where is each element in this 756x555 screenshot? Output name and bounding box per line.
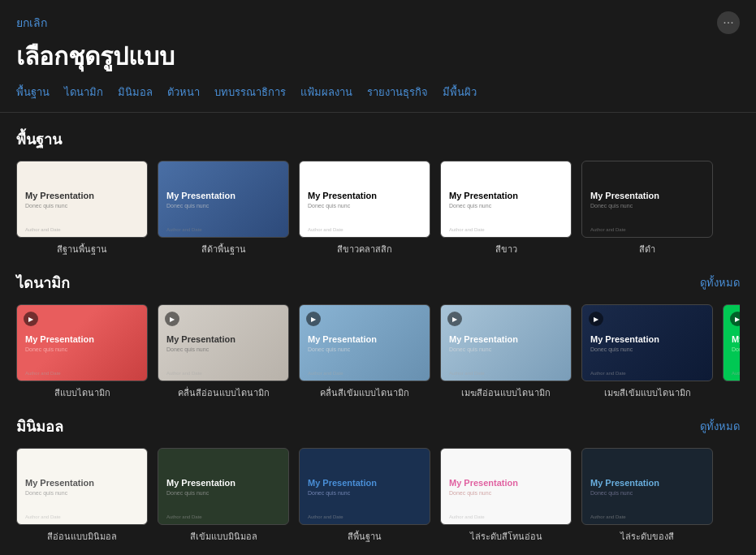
thumb-author: Author and Date	[449, 227, 485, 232]
thumb-text-container: My PresentationDonec quis nunc	[582, 469, 712, 503]
thumb-text-container: My PresentationDonec quis nunc	[582, 325, 712, 359]
template-thumbnail: My PresentationDonec quis nuncAuthor and…	[299, 448, 430, 525]
thumb-subtitle: Donec quis nunc	[449, 203, 563, 209]
thumb-subtitle: Donec quis nunc	[25, 346, 139, 352]
nav-tabs: พื้นฐานไดนามิกมินิมอลตัวหนาบทบรรณาธิการแ…	[0, 84, 756, 113]
thumb-subtitle: Donec quis nunc	[166, 203, 280, 209]
template-thumbnail: My PresentationDonec quis nuncAuthor and…	[158, 161, 289, 238]
template-label: คลื่นสีอ่อนแบบไดนามิก	[178, 385, 270, 400]
thumb-title: My Presentation	[590, 477, 704, 488]
thumb-author: Author and Date	[590, 371, 626, 376]
template-item[interactable]: ▶My PresentationDonec quis nuncAuthor an…	[581, 304, 713, 400]
template-label: สีดำ	[639, 242, 655, 256]
template-item[interactable]: My PresentationDonec quis nuncAuthor and…	[440, 161, 572, 256]
template-label: สีฐานพื้นฐาน	[57, 242, 107, 256]
template-item[interactable]: ▶My PresentationDonec quis nuncAuthor an…	[158, 304, 289, 400]
template-item[interactable]: My PresentationDonec quis nuncAuthor and…	[299, 448, 430, 544]
thumb-text-container: My PresentationDonec quis nunc	[724, 325, 740, 359]
tab-dynamic[interactable]: ไดนามิก	[64, 84, 103, 101]
thumb-text-container: My PresentationDonec quis nunc	[158, 182, 288, 216]
tab-minimal[interactable]: มินิมอล	[118, 84, 153, 101]
thumb-text-container: My PresentationDonec quis nunc	[17, 182, 147, 216]
thumb-subtitle: Donec quis nunc	[590, 203, 704, 209]
template-item[interactable]: My PresentationDonec quis nuncAuthor and…	[581, 448, 713, 544]
section-header-minimal: มินิมอลดูทั้งหมด	[16, 415, 740, 438]
thumb-text-container: My PresentationDonec quis nunc	[441, 182, 571, 216]
thumb-author: Author and Date	[25, 514, 61, 519]
thumb-title: My Presentation	[449, 190, 563, 200]
cancel-button[interactable]: ยกเลิก	[16, 14, 47, 32]
thumb-author: Author and Date	[25, 227, 61, 232]
tab-feature[interactable]: ตัวหนา	[167, 84, 200, 101]
section-title-dynamic: ไดนามิก	[16, 271, 70, 295]
thumb-subtitle: Donec quis nunc	[449, 346, 563, 352]
template-item[interactable]: My PresentationDonec quis nuncAuthor and…	[158, 448, 289, 544]
see-all-minimal[interactable]: ดูทั้งหมด	[700, 418, 740, 435]
template-thumbnail: My PresentationDonec quis nuncAuthor and…	[16, 161, 148, 238]
thumb-title: My Presentation	[449, 333, 563, 344]
thumb-subtitle: Donec quis nunc	[308, 203, 421, 209]
template-label: คลื่นสีเข้มแบบไดนามิก	[320, 385, 409, 400]
template-label: สีขาว	[495, 242, 517, 256]
thumb-text-container: My PresentationDonec quis nunc	[17, 469, 147, 503]
thumb-title: My Presentation	[25, 333, 139, 344]
templates-row-dynamic: ▶My PresentationDonec quis nuncAuthor an…	[16, 304, 740, 400]
thumb-text-container: My PresentationDonec quis nunc	[300, 182, 430, 216]
thumb-author: Author and Date	[590, 227, 626, 232]
template-label: สีด้าพื้นฐาน	[201, 242, 246, 256]
template-label: สีพื้นฐาน	[348, 529, 382, 544]
template-thumbnail: ▶My PresentationDonec quis nuncAuthor an…	[16, 304, 148, 381]
tab-report[interactable]: รายงานธุรกิจ	[367, 84, 428, 101]
see-all-dynamic[interactable]: ดูทั้งหมด	[700, 274, 740, 291]
template-item[interactable]: ▶My PresentationDonec quis nuncAuthor an…	[16, 304, 148, 400]
template-item[interactable]: My PresentationDonec quis nuncAuthor and…	[16, 161, 148, 256]
play-icon: ▶	[24, 312, 38, 326]
tab-bold[interactable]: มีพื้นผิว	[443, 84, 477, 101]
template-thumbnail: My PresentationDonec quis nuncAuthor and…	[158, 448, 289, 525]
template-label: ไล่ระดับของสี	[620, 529, 674, 544]
template-item[interactable]: My PresentationDonec quis nuncAuthor and…	[158, 161, 289, 256]
thumb-subtitle: Donec quis nunc	[590, 490, 704, 496]
template-item[interactable]: ▶My PresentationDonec quis nuncAuthor an…	[299, 304, 430, 400]
template-thumbnail: ▶My PresentationDonec quis nuncAuthor an…	[299, 304, 430, 381]
tab-basic[interactable]: พื้นฐาน	[16, 84, 50, 101]
template-label: เมฆสีอ่อนแบบไดนามิก	[461, 385, 551, 400]
thumb-title: My Presentation	[732, 333, 740, 344]
template-item[interactable]: ▶My PresentationDonec quis nuncAuthor an…	[440, 304, 572, 400]
thumb-text-container: My PresentationDonec quis nunc	[300, 325, 430, 359]
thumb-author: Author and Date	[166, 371, 202, 376]
thumb-author: Author and Date	[308, 227, 343, 232]
thumb-text-container: My PresentationDonec quis nunc	[441, 325, 571, 359]
tab-portfolio[interactable]: แฟ้มผลงาน	[300, 84, 352, 101]
template-item[interactable]: ▶My PresentationDonec quis nuncAuthor an…	[723, 304, 740, 400]
section-header-dynamic: ไดนามิกดูทั้งหมด	[16, 271, 740, 295]
section-title-basic: พื้นฐาน	[16, 127, 62, 151]
template-thumbnail: My PresentationDonec quis nuncAuthor and…	[581, 161, 713, 238]
thumb-subtitle: Donec quis nunc	[308, 490, 421, 496]
section-basic: พื้นฐานMy PresentationDonec quis nuncAut…	[16, 127, 740, 256]
templates-row-basic: My PresentationDonec quis nuncAuthor and…	[16, 161, 740, 256]
template-item[interactable]: My PresentationDonec quis nuncAuthor and…	[16, 448, 148, 544]
thumb-text-container: My PresentationDonec quis nunc	[158, 469, 288, 503]
play-icon: ▶	[730, 312, 740, 326]
thumb-subtitle: Donec quis nunc	[449, 490, 563, 496]
template-item[interactable]: My PresentationDonec quis nuncAuthor and…	[440, 448, 572, 544]
section-minimal: มินิมอลดูทั้งหมดMy PresentationDonec qui…	[16, 415, 740, 544]
thumb-subtitle: Donec quis nunc	[166, 490, 280, 496]
more-button[interactable]: ···	[717, 11, 740, 34]
thumb-subtitle: Donec quis nunc	[25, 490, 139, 496]
play-icon: ▶	[306, 312, 321, 326]
more-icon: ···	[723, 15, 733, 30]
template-item[interactable]: My PresentationDonec quis nuncAuthor and…	[299, 161, 430, 256]
thumb-author: Author and Date	[25, 371, 61, 376]
thumb-title: My Presentation	[308, 190, 421, 200]
thumb-title: My Presentation	[166, 477, 280, 488]
template-item[interactable]: My PresentationDonec quis nuncAuthor and…	[581, 161, 713, 256]
thumb-text-container: My PresentationDonec quis nunc	[582, 182, 712, 216]
section-title-minimal: มินิมอล	[16, 415, 63, 438]
thumb-author: Author and Date	[590, 514, 626, 519]
thumb-title: My Presentation	[166, 333, 280, 344]
thumb-title: My Presentation	[166, 190, 280, 200]
thumb-subtitle: Donec quis nunc	[732, 346, 740, 352]
tab-editorial[interactable]: บทบรรณาธิการ	[214, 84, 286, 101]
